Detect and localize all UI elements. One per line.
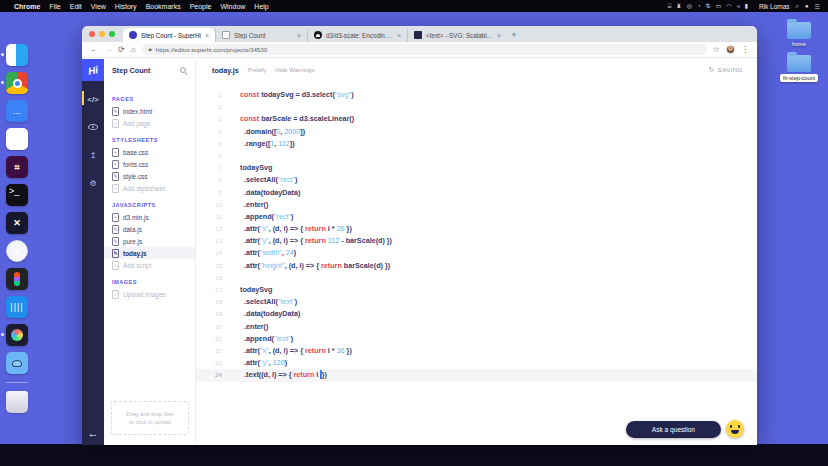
siri-icon[interactable]: ● — [805, 3, 809, 9]
back-arrow-button[interactable]: ← — [82, 427, 104, 439]
code-line-2[interactable]: 2 — [196, 101, 757, 113]
keyboard-icon[interactable]: ⌸ — [668, 3, 672, 9]
file-item-today.js[interactable]: ✎today.js — [104, 247, 195, 259]
file-item-fonts.css[interactable]: ▪fonts.css — [104, 158, 195, 170]
code-line-11[interactable]: 11 .append("rect") — [196, 211, 757, 223]
code-line-1[interactable]: 1const todaySvg = d3.select("svg") — [196, 89, 757, 101]
file-item-index.html[interactable]: ✎index.html — [104, 105, 195, 117]
code-line-15[interactable]: 15 .attr("height", (d, i) => { return ba… — [196, 260, 757, 272]
tab-close-icon[interactable]: × — [205, 32, 209, 39]
code-line-13[interactable]: 13 .attr("y", (d, i) => { return 112 - b… — [196, 235, 757, 247]
tab-close-icon[interactable]: × — [297, 32, 301, 39]
desktop-icon-home[interactable]: home — [787, 22, 811, 47]
minimize-window-button[interactable] — [99, 31, 105, 37]
file-item-upload-images[interactable]: +Upload images — [104, 288, 195, 300]
code-line-14[interactable]: 14 .attr("width", 24) — [196, 247, 757, 259]
code-line-9[interactable]: 9 .data(todayData) — [196, 187, 757, 199]
file-item-base.css[interactable]: ▪base.css — [104, 146, 195, 158]
dock-intercom-icon[interactable]: |||| — [6, 296, 28, 318]
file-item-add-page[interactable]: +Add page — [104, 117, 195, 129]
code-line-23[interactable]: 23 .attr("y", 120) — [196, 357, 757, 369]
notification-center-icon[interactable]: ☰ — [815, 3, 820, 10]
browser-tab-1[interactable]: Step Count× — [215, 28, 307, 42]
dock-code-editor-icon[interactable]: ✕ — [6, 212, 28, 234]
wifi-icon[interactable]: ◠ — [726, 3, 731, 9]
close-window-button[interactable] — [89, 31, 95, 37]
zoom-window-button[interactable] — [109, 31, 115, 37]
file-dropzone[interactable]: Drag and drop files or click to upload — [111, 401, 189, 435]
dock-trash-icon[interactable] — [6, 391, 28, 413]
search-icon[interactable] — [180, 67, 187, 74]
code-line-12[interactable]: 12 .attr("x", (d, i) => { return i * 26 … — [196, 223, 757, 235]
hide-warnings-button[interactable]: Hide Warnings — [275, 67, 314, 73]
address-input[interactable]: 🔒︎ https://editor.superhi.com/projects/3… — [142, 44, 707, 55]
file-item-pure.js[interactable]: ✎pure.js — [104, 235, 195, 247]
settings-gear-icon[interactable]: ⚙ — [82, 173, 104, 193]
file-item-add-stylesheet[interactable]: +Add stylesheet — [104, 182, 195, 194]
browser-tab-3[interactable]: <text> - SVG: Scalable Vecto…× — [407, 28, 507, 42]
menu-view[interactable]: View — [91, 3, 106, 10]
preview-eye-icon[interactable] — [82, 117, 104, 137]
dock-terminal-icon[interactable]: >_ — [6, 184, 28, 206]
menu-edit[interactable]: Edit — [70, 3, 82, 10]
spotlight-icon[interactable]: ⌕ — [796, 3, 799, 10]
desktop-icon-fri-step-count[interactable]: fri-step-count — [780, 55, 818, 82]
menu-file[interactable]: File — [49, 3, 60, 10]
code-line-7[interactable]: 7todaySvg — [196, 162, 757, 174]
menu-history[interactable]: History — [115, 3, 137, 10]
dock-figma-icon[interactable] — [6, 268, 28, 290]
tab-close-icon[interactable]: × — [497, 32, 501, 39]
code-line-5[interactable]: 5 .range([1, 112]) — [196, 138, 757, 150]
back-icon[interactable]: ← — [90, 46, 98, 54]
code-line-10[interactable]: 10 .enter() — [196, 199, 757, 211]
code-line-24[interactable]: 24 .text((d, i) => { return i }) — [196, 369, 757, 381]
dock-airmail-icon[interactable]: V — [6, 240, 28, 262]
smiley-face-icon[interactable] — [726, 420, 744, 438]
onepassword-icon[interactable]: ♜ — [676, 3, 681, 9]
chrome-menu-icon[interactable]: ⋮ — [741, 46, 749, 54]
prettify-button[interactable]: Prettify — [248, 67, 267, 73]
code-line-4[interactable]: 4 .domain([0, 2000]) — [196, 126, 757, 138]
code-line-18[interactable]: 18 .selectAll("text") — [196, 296, 757, 308]
display-icon[interactable]: ▭ — [716, 3, 722, 9]
dock-slack-icon[interactable]: ⌗ — [6, 156, 28, 178]
dock-screenflow-icon[interactable] — [6, 324, 28, 346]
code-line-3[interactable]: 3const barScale = d3.scaleLinear() — [196, 113, 757, 125]
browser-tab-0[interactable]: Step Count - SuperHi× — [123, 28, 215, 42]
file-item-d3.min.js[interactable]: ▪d3.min.js — [104, 211, 195, 223]
new-tab-button[interactable]: + — [507, 28, 521, 42]
dock-messages-icon[interactable]: … — [6, 100, 28, 122]
profile-avatar[interactable] — [726, 45, 735, 54]
code-line-20[interactable]: 20 .enter() — [196, 321, 757, 333]
menu-people[interactable]: People — [190, 3, 212, 10]
share-upload-icon[interactable]: ↥ — [82, 145, 104, 165]
volume-icon[interactable]: ◃ — [737, 3, 740, 9]
battery-icon[interactable]: ▮ — [745, 3, 748, 9]
menu-window[interactable]: Window — [220, 3, 245, 10]
code-line-16[interactable]: 16 — [196, 272, 757, 284]
menu-help[interactable]: Help — [254, 3, 268, 10]
menu-chrome[interactable]: Chrome — [14, 3, 40, 10]
dock-music-icon[interactable]: ♪ — [6, 128, 28, 150]
sync-icon[interactable]: ⇅ — [706, 3, 711, 9]
tab-close-icon[interactable]: × — [397, 32, 401, 39]
menu-bookmarks[interactable]: Bookmarks — [146, 3, 181, 10]
code-area[interactable]: 1const todaySvg = d3.select("svg")23cons… — [196, 89, 757, 445]
file-item-data.js[interactable]: ✎data.js — [104, 223, 195, 235]
bookmark-star-icon[interactable]: ☆ — [713, 46, 720, 54]
file-item-add-script[interactable]: +Add script — [104, 259, 195, 271]
code-line-6[interactable]: 6 — [196, 150, 757, 162]
code-view-icon[interactable]: </> — [82, 89, 104, 109]
file-item-style.css[interactable]: ✎style.css — [104, 170, 195, 182]
code-line-17[interactable]: 17todaySvg — [196, 284, 757, 296]
dock-finder-icon[interactable] — [6, 44, 28, 66]
forward-icon[interactable]: → — [104, 46, 112, 54]
clock-icon[interactable]: ◔ — [697, 3, 701, 9]
code-line-22[interactable]: 22 .attr("x", (d, i) => { return i * 36 … — [196, 345, 757, 357]
menubar-user[interactable]: Rik Lomas — [759, 3, 790, 10]
code-line-8[interactable]: 8 .selectAll("rect") — [196, 174, 757, 186]
browser-tab-2[interactable]: d3/d3-scale: Encodings that …× — [307, 28, 407, 42]
home-icon[interactable]: ⌂ — [131, 46, 136, 54]
reload-icon[interactable]: ⟳ — [118, 46, 125, 54]
dock-chrome-icon[interactable] — [6, 72, 28, 94]
